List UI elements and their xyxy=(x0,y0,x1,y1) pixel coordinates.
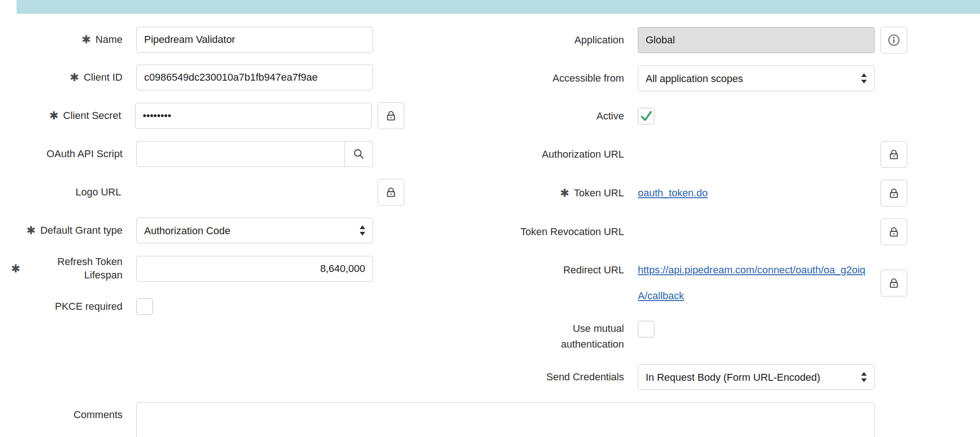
checkmark-icon xyxy=(640,110,653,123)
use-mutual-authentication-label: Use mutual authentication xyxy=(508,321,624,352)
required-icon: ✱ xyxy=(26,225,35,236)
client-secret-input[interactable] xyxy=(135,103,372,129)
lock-icon xyxy=(888,226,900,238)
active-label: Active xyxy=(596,110,624,123)
token-url-lock-button[interactable] xyxy=(881,180,907,207)
logo-url-label: Logo URL xyxy=(76,186,121,199)
token-url-label: Token URL xyxy=(574,187,624,200)
pkce-required-checkbox[interactable] xyxy=(136,298,153,315)
redirect-url-link[interactable]: https://api.pipedream.com/connect/oauth/… xyxy=(638,264,865,301)
lock-icon xyxy=(888,277,900,289)
header-bar xyxy=(17,0,980,14)
pkce-required-label: PKCE required xyxy=(55,300,122,313)
default-grant-type-select[interactable]: Authorization Code xyxy=(136,218,373,243)
field-row-active: Active xyxy=(404,103,907,129)
name-label: Name xyxy=(95,33,122,47)
field-row-name: ✱ Name xyxy=(0,27,404,53)
client-id-input[interactable] xyxy=(136,65,373,90)
lock-icon xyxy=(385,110,397,122)
comments-textarea[interactable] xyxy=(136,402,875,437)
authorization-url-value-area xyxy=(638,142,875,167)
application-input xyxy=(638,27,875,53)
field-row-pkce-required: PKCE required xyxy=(0,294,404,319)
accessible-from-select[interactable]: All application scopes xyxy=(638,65,875,91)
send-credentials-label: Send Credentials xyxy=(546,371,624,384)
record-form: ✱ Name ✱ Client ID ✱ Client Secret xyxy=(0,14,980,402)
field-row-redirect-url: Redirect URL https://api.pipedream.com/c… xyxy=(404,257,907,309)
token-revocation-url-label: Token Revocation URL xyxy=(520,225,624,239)
oauth-api-script-label: OAuth API Script xyxy=(47,148,122,161)
oauth-api-script-reference-field xyxy=(136,141,373,167)
lock-icon xyxy=(888,187,900,199)
required-icon: ✱ xyxy=(560,188,569,199)
form-left-column: ✱ Name ✱ Client ID ✱ Client Secret xyxy=(0,27,404,402)
lock-icon xyxy=(888,148,900,160)
default-grant-type-label: Default Grant type xyxy=(40,224,122,237)
field-row-oauth-api-script: OAuth API Script xyxy=(0,141,404,167)
logo-url-lock-button[interactable] xyxy=(378,179,404,206)
field-row-refresh-token-lifespan: ✱ Refresh Token Lifespan xyxy=(0,255,404,282)
field-row-client-secret: ✱ Client Secret xyxy=(0,102,404,129)
logo-url-value-area xyxy=(135,179,372,205)
client-secret-lock-button[interactable] xyxy=(378,102,404,129)
use-mutual-authentication-checkbox[interactable] xyxy=(638,321,654,337)
authorization-url-lock-button[interactable] xyxy=(881,141,907,168)
search-icon xyxy=(353,148,365,160)
accessible-from-label: Accessible from xyxy=(553,72,624,85)
form-right-column: Application Accessible from xyxy=(404,27,907,402)
refresh-token-lifespan-input[interactable] xyxy=(136,256,373,282)
send-credentials-select[interactable]: In Request Body (Form URL-Encoded) xyxy=(638,364,875,390)
client-secret-label: Client Secret xyxy=(63,109,121,123)
field-row-token-url: ✱ Token URL oauth_token.do xyxy=(404,180,907,207)
application-label: Application xyxy=(574,34,624,47)
required-icon: ✱ xyxy=(82,34,91,45)
field-row-accessible-from: Accessible from All application scopes xyxy=(404,65,907,91)
token-revocation-url-value-area xyxy=(638,219,875,245)
active-checkbox[interactable] xyxy=(638,108,654,124)
required-icon: ✱ xyxy=(49,110,58,121)
required-icon: ✱ xyxy=(11,263,20,274)
field-row-send-credentials: Send Credentials In Request Body (Form U… xyxy=(404,364,907,390)
redirect-url-lock-button[interactable] xyxy=(881,270,907,296)
redirect-url-label: Redirect URL xyxy=(563,264,624,277)
token-revocation-url-lock-button[interactable] xyxy=(881,218,907,245)
client-id-label: Client ID xyxy=(84,71,122,84)
field-row-comments: Comments xyxy=(0,402,980,437)
field-row-client-id: ✱ Client ID xyxy=(0,65,404,90)
comments-label: Comments xyxy=(74,408,122,422)
authorization-url-label: Authorization URL xyxy=(542,148,624,161)
field-row-default-grant-type: ✱ Default Grant type Authorization Code xyxy=(0,218,404,243)
oauth-api-script-input[interactable] xyxy=(136,141,345,167)
field-row-token-revocation-url: Token Revocation URL xyxy=(404,218,907,245)
application-info-button[interactable] xyxy=(881,27,907,53)
field-row-logo-url: Logo URL xyxy=(0,179,404,206)
info-icon xyxy=(887,34,900,47)
lock-icon xyxy=(385,186,397,198)
field-row-authorization-url: Authorization URL xyxy=(404,141,907,168)
name-input[interactable] xyxy=(136,27,373,53)
field-row-use-mutual-authentication: Use mutual authentication xyxy=(404,321,907,352)
field-row-application: Application xyxy=(404,27,907,53)
refresh-token-lifespan-label: Refresh Token Lifespan xyxy=(25,255,122,282)
oauth-api-script-lookup-button[interactable] xyxy=(344,141,373,167)
token-url-link[interactable]: oauth_token.do xyxy=(638,187,708,199)
required-icon: ✱ xyxy=(70,72,79,83)
